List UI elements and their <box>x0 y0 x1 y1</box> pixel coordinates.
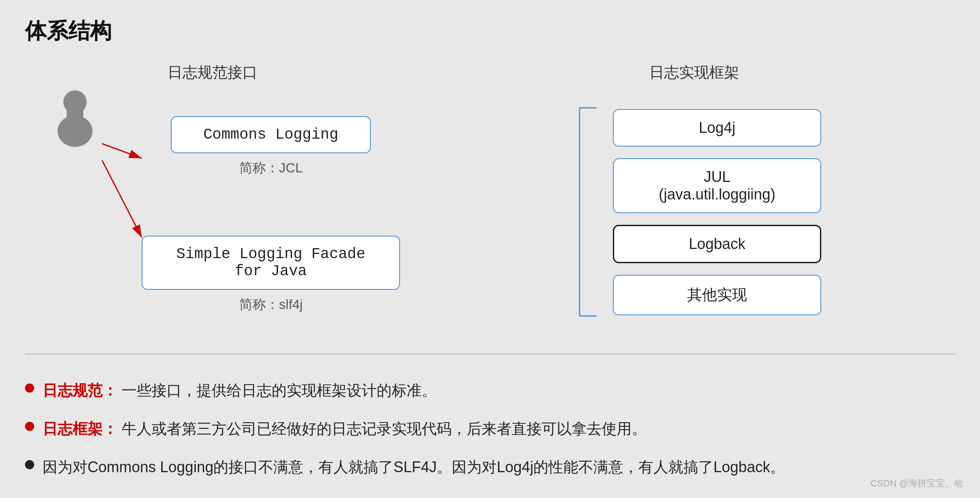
bullet-3: 因为对Commons Logging的接口不满意，有人就搞了SLF4J。因为对L… <box>25 456 955 478</box>
box2-wrapper: Simple Logging Facade for Java 简称：slf4j <box>142 236 400 314</box>
right-label: 日志实现框架 <box>649 62 739 83</box>
watermark: CSDN @海拼宝宝、哈 <box>870 477 963 490</box>
page-title: 体系结构 <box>25 17 955 46</box>
bullet-1-normal: 一些接口，提供给日志的实现框架设计的标准。 <box>122 382 437 399</box>
impl-box-jul: JUL(java.util.loggiing) <box>613 158 821 213</box>
commons-logging-box: Commons Logging <box>171 116 371 153</box>
impl-box-other: 其他实现 <box>613 275 821 315</box>
impl-box-log4j: Log4j <box>613 109 821 147</box>
svg-line-4 <box>102 144 142 158</box>
left-section: 日志规范接口 Commons Logging 简称：JCL Simple Log… <box>25 62 400 314</box>
slf4j-box: Simple Logging Facade for Java <box>142 236 400 290</box>
svg-point-0 <box>63 90 87 114</box>
impl-boxes: Log4j JUL(java.util.loggiing) Logback 其他… <box>613 109 821 315</box>
bullet-3-text: 因为对Commons Logging的接口不满意，有人就搞了SLF4J。因为对L… <box>42 456 785 478</box>
bullet-dot-3 <box>25 460 34 469</box>
bullet-1: 日志规范： 一些接口，提供给日志的实现框架设计的标准。 <box>25 379 955 402</box>
bullet-dot-1 <box>25 383 34 393</box>
box2-subtitle: 简称：slf4j <box>239 296 303 314</box>
box1-wrapper: Commons Logging 简称：JCL <box>142 116 400 177</box>
boxes-column: Commons Logging 简称：JCL Simple Logging Fa… <box>142 116 400 314</box>
left-label: 日志规范接口 <box>168 62 258 83</box>
bullet-2-bold: 日志框架： <box>42 420 118 437</box>
bullet-2-text: 日志框架： 牛人或者第三方公司已经做好的日志记录实现代码，后来者直接可以拿去使用… <box>42 418 647 440</box>
bottom-section: 日志规范： 一些接口，提供给日志的实现框架设计的标准。 日志框架： 牛人或者第三… <box>25 371 955 478</box>
diagram-area: 日志规范接口 Commons Logging 简称：JCL Simple Log… <box>25 62 955 329</box>
divider <box>25 354 955 354</box>
bracket-svg <box>567 95 600 329</box>
bullet-1-bold: 日志规范： <box>42 382 118 399</box>
bullet-2: 日志框架： 牛人或者第三方公司已经做好的日志记录实现代码，后来者直接可以拿去使用… <box>25 418 955 440</box>
person-icon <box>50 87 100 146</box>
impl-box-logback: Logback <box>613 225 821 263</box>
bullet-3-normal: 因为对Commons Logging的接口不满意，有人就搞了SLF4J。因为对L… <box>42 458 785 476</box>
bullet-1-text: 日志规范： 一些接口，提供给日志的实现框架设计的标准。 <box>42 379 437 402</box>
svg-rect-2 <box>67 110 83 121</box>
svg-line-5 <box>102 160 142 237</box>
right-section: 日志实现框架 Log4j JUL(java.util.loggiing) Log… <box>433 62 955 329</box>
bullet-2-normal: 牛人或者第三方公司已经做好的日志记录实现代码，后来者直接可以拿去使用。 <box>122 420 647 437</box>
box1-subtitle: 简称：JCL <box>239 159 303 177</box>
bullet-dot-2 <box>25 422 34 431</box>
right-content: Log4j JUL(java.util.loggiing) Logback 其他… <box>567 95 821 329</box>
